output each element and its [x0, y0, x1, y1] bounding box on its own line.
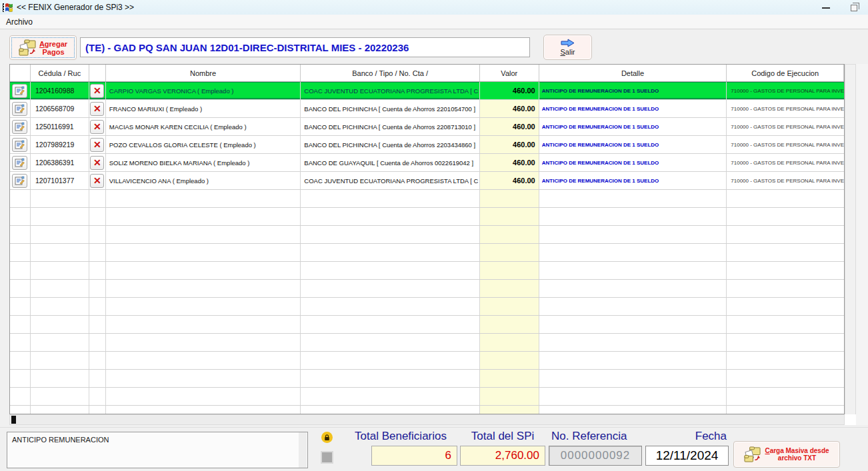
agregar-pagos-button[interactable]: Agregar Pagos — [9, 35, 77, 60]
total-spi-value: 2,760.00 — [460, 446, 545, 466]
edit-icon — [15, 140, 25, 149]
menu-archivo[interactable]: Archivo — [0, 16, 39, 28]
gray-square-button[interactable] — [321, 451, 333, 464]
empty-table-row — [10, 262, 844, 280]
table-row[interactable]: 1206568709 ✕ FRANCO MARIUXI ( Empleado )… — [10, 100, 844, 118]
row-delete-cell: ✕ — [89, 100, 106, 117]
empty-table-row — [10, 244, 844, 262]
delete-row-button[interactable]: ✕ — [90, 174, 104, 188]
cell-valor: 460.00 — [480, 82, 539, 99]
empty-table-row — [10, 316, 844, 334]
cell-nombre: VILLAVICENCIO ANA ( Empleado ) — [106, 172, 301, 189]
restore-button[interactable] — [844, 2, 864, 13]
header-delete-col — [89, 65, 106, 81]
lock-icon — [321, 432, 333, 443]
cell-valor: 460.00 — [480, 100, 539, 117]
edit-icon — [15, 176, 25, 185]
minimize-button[interactable] — [816, 2, 836, 13]
nota-scrollbar[interactable] — [299, 432, 307, 468]
total-beneficiarios-value: 6 — [371, 446, 457, 466]
cell-cedula: 1250116991 — [31, 118, 89, 135]
table-vertical-scrollbar[interactable] — [845, 64, 856, 415]
table-header-row: Cédula / Ruc Nombre Banco / Tipo / No. C… — [10, 65, 844, 82]
delete-x-icon: ✕ — [93, 104, 101, 113]
edit-icon — [15, 86, 25, 95]
agregar-pagos-label: Agregar Pagos — [39, 40, 67, 56]
payments-table: Cédula / Ruc Nombre Banco / Tipo / No. C… — [9, 64, 845, 414]
row-edit-cell — [10, 100, 31, 117]
delete-x-icon: ✕ — [93, 86, 101, 95]
row-delete-cell: ✕ — [89, 172, 106, 189]
delete-row-button[interactable]: ✕ — [90, 102, 104, 116]
edit-icon — [15, 122, 25, 131]
nota-textarea[interactable]: ANTICIPO REMUNERACION — [7, 432, 308, 468]
edit-row-button[interactable] — [12, 102, 27, 116]
table-row[interactable]: 1204160988 ✕ CARPIO VARGAS VERONICA ( Em… — [10, 82, 844, 100]
edit-row-button[interactable] — [12, 156, 27, 170]
cell-cedula: 1204160988 — [31, 82, 89, 99]
table-row[interactable]: 1207989219 ✕ POZO CEVALLOS GLORIA CELEST… — [10, 136, 844, 154]
delete-row-button[interactable]: ✕ — [90, 84, 104, 98]
empty-table-row — [10, 388, 844, 406]
table-horizontal-scrollbar[interactable] — [9, 414, 845, 425]
empty-table-row — [10, 334, 844, 352]
cell-banco: BANCO DEL PICHINCHA [ Cuenta de Ahorros … — [301, 100, 480, 117]
windows-logo-icon — [3, 3, 13, 13]
header-cedula: Cédula / Ruc — [31, 65, 89, 81]
table-row[interactable]: 1207101377 ✕ VILLAVICENCIO ANA ( Emplead… — [10, 172, 844, 190]
exit-arrow-icon — [561, 39, 575, 47]
cell-nombre: FRANCO MARIUXI ( Empleado ) — [106, 100, 301, 117]
cell-detalle: ANTICIPO DE REMUNERACION DE 1 SUELDO — [539, 118, 727, 135]
row-delete-cell: ✕ — [89, 118, 106, 135]
delete-x-icon: ✕ — [93, 140, 101, 149]
row-edit-cell — [10, 136, 31, 153]
edit-icon — [15, 158, 25, 167]
cell-banco: BANCO DEL PICHINCHA [ Cuenta de Ahorros … — [301, 136, 480, 153]
table-row[interactable]: 1250116991 ✕ MACIAS MONAR KAREN CECILIA … — [10, 118, 844, 136]
cell-nombre: MACIAS MONAR KAREN CECILIA ( Empleado ) — [106, 118, 301, 135]
cell-codigo: 710000 - GASTOS DE PERSONAL PARA INVERSI — [727, 172, 844, 189]
cell-codigo: 710000 - GASTOS DE PERSONAL PARA INVERSI — [727, 100, 844, 117]
cell-banco: BANCO DEL PICHINCHA [ Cuenta de Ahorros … — [301, 118, 480, 135]
delete-row-button[interactable]: ✕ — [90, 156, 104, 170]
cell-codigo: 710000 - GASTOS DE PERSONAL PARA INVERSI — [727, 118, 844, 135]
salir-button[interactable]: Salir — [543, 35, 592, 60]
entity-title-field[interactable]: (TE) - GAD PQ SAN JUAN 12D01-DIREC-DISTR… — [80, 37, 530, 57]
empty-table-row — [10, 280, 844, 298]
row-edit-cell — [10, 118, 31, 135]
edit-row-button[interactable] — [12, 120, 27, 134]
edit-row-button[interactable] — [12, 138, 27, 152]
carga-masiva-button[interactable]: Carga Masiva desde archivo TXT — [733, 441, 840, 468]
horizontal-scrollbar-thumb[interactable] — [11, 416, 16, 424]
carga-masiva-label: Carga Masiva desde archivo TXT — [765, 447, 829, 462]
cell-valor: 460.00 — [480, 118, 539, 135]
table-row[interactable]: 1206386391 ✕ SOLIZ MORENO BIELKA MARIANA… — [10, 154, 844, 172]
cell-detalle: ANTICIPO DE REMUNERACION DE 1 SUELDO — [539, 100, 727, 117]
salir-label: Salir — [560, 48, 575, 56]
scrollbar-corner — [845, 414, 856, 425]
empty-table-row — [10, 298, 844, 316]
menu-bar: Archivo — [0, 15, 868, 29]
referencia-value: 0000000092 — [549, 446, 642, 466]
cell-nombre: CARPIO VARGAS VERONICA ( Empleado ) — [106, 82, 301, 99]
footer-panel: ANTICIPO REMUNERACION Total Beneficiario… — [0, 427, 868, 471]
title-bar: << FENIX Generador de SPi3 >> — [0, 0, 868, 15]
header-icon-col — [10, 65, 31, 81]
referencia-label: No. Referencia — [551, 430, 645, 444]
edit-row-button[interactable] — [12, 84, 27, 98]
row-delete-cell: ✕ — [89, 136, 106, 153]
edit-icon — [15, 104, 25, 113]
cell-cedula: 1207101377 — [31, 172, 89, 189]
delete-row-button[interactable]: ✕ — [90, 120, 104, 134]
fecha-label: Fecha — [645, 430, 727, 444]
delete-row-button[interactable]: ✕ — [90, 138, 104, 152]
cell-codigo: 710000 - GASTOS DE PERSONAL PARA INVERSI — [727, 136, 844, 153]
cell-detalle: ANTICIPO DE REMUNERACION DE 1 SUELDO — [539, 82, 727, 99]
cell-valor: 460.00 — [480, 172, 539, 189]
cell-detalle: ANTICIPO DE REMUNERACION DE 1 SUELDO — [539, 172, 727, 189]
empty-table-row — [10, 406, 844, 414]
fecha-field[interactable]: 12/11/2024 — [645, 446, 729, 466]
empty-table-row — [10, 226, 844, 244]
edit-row-button[interactable] — [12, 174, 27, 188]
cell-detalle: ANTICIPO DE REMUNERACION DE 1 SUELDO — [539, 136, 727, 153]
